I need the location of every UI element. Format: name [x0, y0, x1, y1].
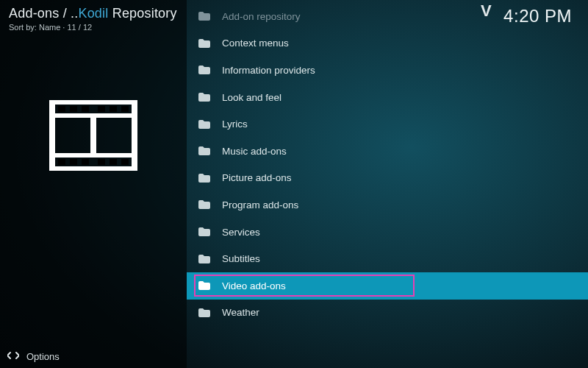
list-item[interactable]: Information providers — [187, 57, 588, 84]
sidebar: Add-ons / ..Kodil Repository Sort by: Na… — [0, 0, 187, 368]
options-button[interactable]: Options — [7, 351, 60, 362]
list-item[interactable]: Picture add-ons — [187, 165, 588, 192]
svg-rect-4 — [90, 116, 96, 155]
svg-rect-11 — [110, 106, 117, 112]
film-reel-icon — [49, 100, 137, 174]
list-item-label: Program add-ons — [222, 199, 298, 210]
list-item-label: Services — [222, 227, 260, 238]
list-item-label: Weather — [222, 307, 259, 318]
folder-icon — [198, 93, 210, 102]
svg-rect-16 — [98, 159, 105, 165]
svg-rect-5 — [49, 113, 137, 118]
svg-rect-1 — [49, 166, 137, 171]
svg-rect-18 — [121, 159, 129, 165]
sort-label[interactable]: Sort by: Name — [9, 23, 60, 32]
folder-icon — [198, 12, 210, 21]
svg-rect-19 — [55, 118, 90, 153]
svg-rect-10 — [98, 106, 105, 112]
list-item[interactable]: Music add-ons — [187, 138, 588, 165]
list-item[interactable]: Lyrics — [187, 110, 588, 138]
folder-icon — [198, 227, 210, 236]
list-item-label: Look and feel — [222, 92, 282, 103]
list-item-label: Subtitles — [222, 253, 260, 264]
svg-rect-7 — [58, 106, 65, 112]
svg-rect-12 — [121, 106, 129, 112]
list-item[interactable]: Program add-ons — [187, 191, 588, 219]
list-item-label: Add-on repository — [222, 11, 301, 22]
list-item[interactable]: Look and feel — [187, 84, 588, 111]
breadcrumb-suffix: Repository — [108, 6, 176, 21]
list-item[interactable]: Services — [187, 219, 588, 246]
category-list: Add-on repositoryContext menusInformatio… — [187, 3, 588, 326]
svg-rect-3 — [132, 100, 137, 171]
list-item[interactable]: Subtitles — [187, 245, 588, 272]
svg-rect-2 — [49, 100, 55, 171]
list-item-label: Context menus — [222, 38, 289, 49]
breadcrumb-highlight: Kodil — [78, 6, 108, 21]
list-item[interactable]: Video add-ons — [187, 272, 588, 300]
folder-icon — [198, 39, 210, 48]
list-item[interactable]: Context menus — [187, 30, 588, 57]
options-icon — [7, 351, 19, 362]
svg-rect-17 — [110, 159, 117, 165]
svg-rect-0 — [49, 100, 137, 105]
list-item-label: Music add-ons — [222, 146, 287, 157]
svg-rect-15 — [82, 159, 89, 165]
list-item-label: Picture add-ons — [222, 172, 292, 183]
folder-icon — [198, 200, 210, 209]
folder-icon — [198, 146, 210, 155]
folder-icon — [198, 281, 210, 290]
folder-icon — [198, 66, 210, 74]
folder-icon — [198, 308, 210, 317]
svg-rect-8 — [70, 106, 77, 112]
list-item-label: Video add-ons — [222, 280, 286, 291]
svg-rect-6 — [49, 153, 137, 158]
breadcrumb-prefix: Add-ons / .. — [9, 6, 78, 21]
svg-rect-14 — [70, 159, 77, 165]
svg-rect-9 — [82, 106, 89, 112]
list-item-label: Lyrics — [222, 118, 248, 130]
options-label: Options — [26, 351, 60, 362]
list-item[interactable]: Add-on repository — [187, 3, 588, 30]
folder-icon — [198, 120, 210, 129]
list-item-label: Information providers — [222, 65, 315, 76]
list-item[interactable]: Weather — [187, 300, 588, 327]
svg-rect-13 — [58, 159, 65, 165]
breadcrumb[interactable]: Add-ons / ..Kodil Repository — [9, 6, 178, 21]
main-panel: 4:20 PM V Add-on repositoryContext menus… — [187, 0, 588, 368]
list-position: 11 / 12 — [67, 23, 92, 32]
sort-line: Sort by: Name · 11 / 12 — [9, 23, 178, 32]
folder-icon — [198, 255, 210, 263]
folder-icon — [198, 174, 210, 183]
